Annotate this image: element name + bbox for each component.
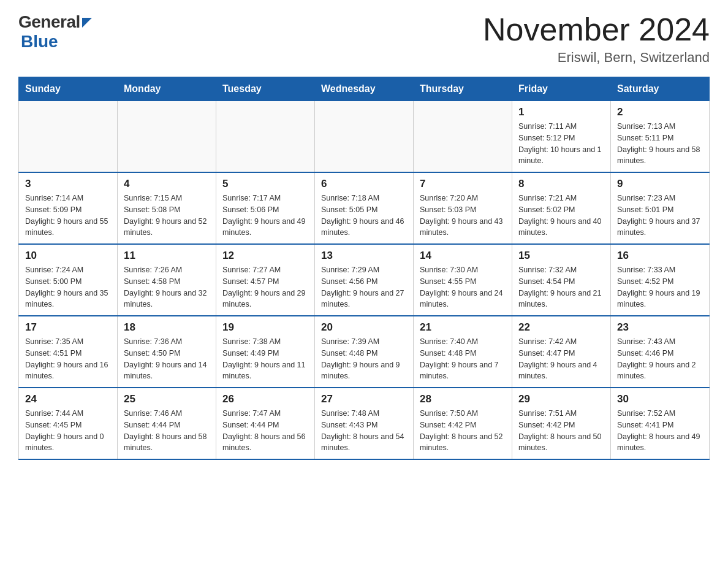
calendar-cell [118,101,216,173]
header-row: Sunday Monday Tuesday Wednesday Thursday… [19,77,710,101]
calendar-cell: 2Sunrise: 7:13 AM Sunset: 5:11 PM Daylig… [611,101,710,173]
day-number: 27 [321,393,407,405]
day-number: 29 [518,393,604,405]
day-number: 25 [124,393,210,405]
page-header: General Blue November 2024 Eriswil, Bern… [18,12,710,66]
day-info: Sunrise: 7:38 AM Sunset: 4:49 PM Dayligh… [222,336,308,382]
day-number: 20 [321,321,407,334]
calendar-cell: 10Sunrise: 7:24 AM Sunset: 5:00 PM Dayli… [19,244,118,316]
week-row-2: 3Sunrise: 7:14 AM Sunset: 5:09 PM Daylig… [19,172,710,244]
calendar-cell: 25Sunrise: 7:46 AM Sunset: 4:44 PM Dayli… [118,388,216,459]
day-number: 16 [617,250,703,262]
day-info: Sunrise: 7:29 AM Sunset: 4:56 PM Dayligh… [321,264,407,310]
day-info: Sunrise: 7:11 AM Sunset: 5:12 PM Dayligh… [518,121,604,167]
day-number: 7 [420,178,506,190]
calendar-cell: 6Sunrise: 7:18 AM Sunset: 5:05 PM Daylig… [315,172,414,244]
calendar-cell: 11Sunrise: 7:26 AM Sunset: 4:58 PM Dayli… [118,244,216,316]
day-number: 2 [617,106,703,118]
day-number: 8 [518,178,604,190]
day-number: 10 [25,250,111,262]
day-number: 15 [518,250,604,262]
day-info: Sunrise: 7:35 AM Sunset: 4:51 PM Dayligh… [25,336,111,382]
day-number: 11 [124,250,210,262]
title-block: November 2024 Eriswil, Bern, Switzerland [483,12,710,66]
calendar-cell: 1Sunrise: 7:11 AM Sunset: 5:12 PM Daylig… [512,101,611,173]
day-info: Sunrise: 7:47 AM Sunset: 4:44 PM Dayligh… [222,408,308,454]
calendar-cell: 23Sunrise: 7:43 AM Sunset: 4:46 PM Dayli… [611,316,710,388]
day-number: 24 [25,393,111,405]
day-number: 4 [124,178,210,190]
logo-general-text: General [18,12,80,32]
week-row-5: 24Sunrise: 7:44 AM Sunset: 4:45 PM Dayli… [19,388,710,459]
calendar-cell: 28Sunrise: 7:50 AM Sunset: 4:42 PM Dayli… [414,388,512,459]
day-info: Sunrise: 7:21 AM Sunset: 5:02 PM Dayligh… [518,193,604,239]
day-info: Sunrise: 7:48 AM Sunset: 4:43 PM Dayligh… [321,408,407,454]
calendar-cell: 4Sunrise: 7:15 AM Sunset: 5:08 PM Daylig… [118,172,216,244]
day-info: Sunrise: 7:20 AM Sunset: 5:03 PM Dayligh… [420,193,506,239]
calendar-cell: 5Sunrise: 7:17 AM Sunset: 5:06 PM Daylig… [216,172,315,244]
calendar-cell: 16Sunrise: 7:33 AM Sunset: 4:52 PM Dayli… [611,244,710,316]
calendar-cell: 14Sunrise: 7:30 AM Sunset: 4:55 PM Dayli… [414,244,512,316]
logo-blue-text: Blue [21,32,58,51]
calendar-cell: 3Sunrise: 7:14 AM Sunset: 5:09 PM Daylig… [19,172,118,244]
col-tuesday: Tuesday [216,77,315,101]
day-number: 13 [321,250,407,262]
calendar-cell: 26Sunrise: 7:47 AM Sunset: 4:44 PM Dayli… [216,388,315,459]
calendar-cell: 30Sunrise: 7:52 AM Sunset: 4:41 PM Dayli… [611,388,710,459]
calendar-cell [19,101,118,173]
day-number: 5 [222,178,308,190]
calendar-cell: 20Sunrise: 7:39 AM Sunset: 4:48 PM Dayli… [315,316,414,388]
col-wednesday: Wednesday [315,77,414,101]
calendar-cell: 8Sunrise: 7:21 AM Sunset: 5:02 PM Daylig… [512,172,611,244]
day-number: 6 [321,178,407,190]
day-number: 26 [222,393,308,405]
calendar-table: Sunday Monday Tuesday Wednesday Thursday… [18,77,710,460]
day-info: Sunrise: 7:23 AM Sunset: 5:01 PM Dayligh… [617,193,703,239]
day-info: Sunrise: 7:39 AM Sunset: 4:48 PM Dayligh… [321,336,407,382]
calendar-cell: 13Sunrise: 7:29 AM Sunset: 4:56 PM Dayli… [315,244,414,316]
location-title: Eriswil, Bern, Switzerland [483,50,710,66]
calendar-cell: 19Sunrise: 7:38 AM Sunset: 4:49 PM Dayli… [216,316,315,388]
calendar-cell: 24Sunrise: 7:44 AM Sunset: 4:45 PM Dayli… [19,388,118,459]
day-number: 22 [518,321,604,334]
day-number: 28 [420,393,506,405]
month-title: November 2024 [483,12,710,47]
day-info: Sunrise: 7:40 AM Sunset: 4:48 PM Dayligh… [420,336,506,382]
day-number: 30 [617,393,703,405]
week-row-1: 1Sunrise: 7:11 AM Sunset: 5:12 PM Daylig… [19,101,710,173]
day-info: Sunrise: 7:32 AM Sunset: 4:54 PM Dayligh… [518,264,604,310]
calendar-body: 1Sunrise: 7:11 AM Sunset: 5:12 PM Daylig… [19,101,710,460]
calendar-cell: 17Sunrise: 7:35 AM Sunset: 4:51 PM Dayli… [19,316,118,388]
day-info: Sunrise: 7:42 AM Sunset: 4:47 PM Dayligh… [518,336,604,382]
day-number: 14 [420,250,506,262]
week-row-4: 17Sunrise: 7:35 AM Sunset: 4:51 PM Dayli… [19,316,710,388]
col-thursday: Thursday [414,77,512,101]
day-info: Sunrise: 7:36 AM Sunset: 4:50 PM Dayligh… [124,336,210,382]
col-saturday: Saturday [611,77,710,101]
day-info: Sunrise: 7:46 AM Sunset: 4:44 PM Dayligh… [124,408,210,454]
day-number: 17 [25,321,111,334]
col-friday: Friday [512,77,611,101]
day-info: Sunrise: 7:17 AM Sunset: 5:06 PM Dayligh… [222,193,308,239]
calendar-cell [216,101,315,173]
calendar-cell: 27Sunrise: 7:48 AM Sunset: 4:43 PM Dayli… [315,388,414,459]
logo-arrow-icon [82,18,92,28]
day-number: 9 [617,178,703,190]
col-monday: Monday [118,77,216,101]
day-info: Sunrise: 7:51 AM Sunset: 4:42 PM Dayligh… [518,408,604,454]
day-number: 19 [222,321,308,334]
col-sunday: Sunday [19,77,118,101]
calendar-cell: 22Sunrise: 7:42 AM Sunset: 4:47 PM Dayli… [512,316,611,388]
day-number: 3 [25,178,111,190]
day-info: Sunrise: 7:43 AM Sunset: 4:46 PM Dayligh… [617,336,703,382]
day-info: Sunrise: 7:14 AM Sunset: 5:09 PM Dayligh… [25,193,111,239]
calendar-cell [414,101,512,173]
day-info: Sunrise: 7:15 AM Sunset: 5:08 PM Dayligh… [124,193,210,239]
calendar-cell: 9Sunrise: 7:23 AM Sunset: 5:01 PM Daylig… [611,172,710,244]
day-info: Sunrise: 7:13 AM Sunset: 5:11 PM Dayligh… [617,121,703,167]
day-info: Sunrise: 7:24 AM Sunset: 5:00 PM Dayligh… [25,264,111,310]
day-info: Sunrise: 7:52 AM Sunset: 4:41 PM Dayligh… [617,408,703,454]
day-info: Sunrise: 7:30 AM Sunset: 4:55 PM Dayligh… [420,264,506,310]
week-row-3: 10Sunrise: 7:24 AM Sunset: 5:00 PM Dayli… [19,244,710,316]
day-info: Sunrise: 7:27 AM Sunset: 4:57 PM Dayligh… [222,264,308,310]
